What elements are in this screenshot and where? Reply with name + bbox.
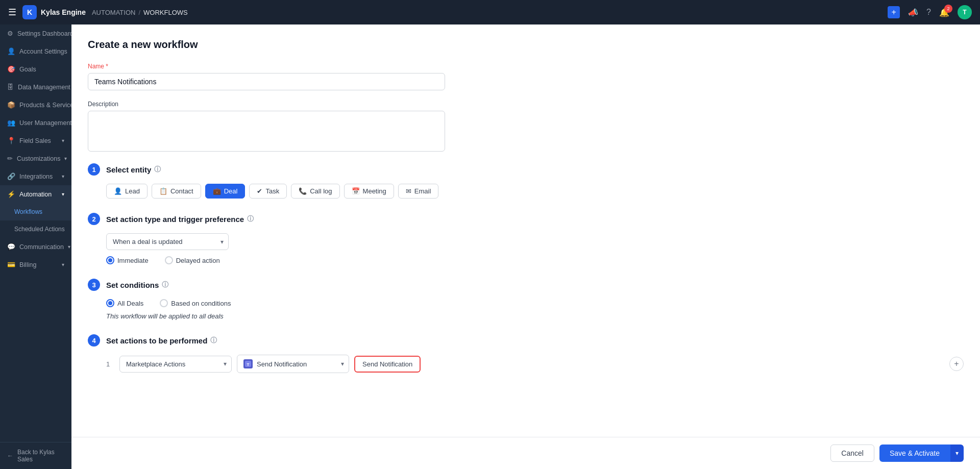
entity-btn-call-log[interactable]: 📞 Call log (291, 184, 339, 199)
avatar[interactable]: T (958, 5, 972, 19)
entity-btn-meeting[interactable]: 📅 Meeting (344, 184, 394, 199)
breadcrumb-separator: / (138, 9, 140, 16)
sidebar-item-label: Data Management (18, 84, 70, 91)
contact-icon: 📋 (159, 187, 167, 195)
entity-label: Meeting (363, 187, 386, 195)
entity-btn-deal[interactable]: 💼 Deal (205, 184, 246, 199)
action-number: 1 (106, 360, 114, 368)
delayed-radio[interactable]: Delayed action (165, 256, 220, 264)
logo-icon: K (22, 5, 37, 19)
automation-icon: ⚡ (7, 190, 15, 198)
megaphone-icon[interactable]: 📣 (908, 8, 918, 17)
add-action-button[interactable]: + (949, 357, 964, 371)
sidebar-item-customizations[interactable]: ✏ Customizations ▾ (0, 150, 71, 167)
back-to-kylas-sales[interactable]: ← Back to Kylas Sales (0, 442, 71, 469)
save-activate-button[interactable]: Save & Activate (879, 445, 950, 462)
entity-btn-email[interactable]: ✉ Email (398, 184, 439, 199)
sidebar-item-label: Customizations (17, 155, 60, 162)
entity-btn-contact[interactable]: 📋 Contact (152, 184, 201, 199)
marketplace-actions-wrapper: Marketplace Actions ▾ (119, 356, 232, 373)
chevron-down-icon: ▾ (62, 191, 64, 197)
based-on-conditions-radio[interactable]: Based on conditions (160, 299, 231, 307)
all-deals-label: All Deals (117, 300, 143, 307)
chevron-down-icon: ▾ (64, 156, 67, 161)
action-type-section: When a deal is updated When a deal is cr… (106, 233, 964, 264)
chevron-down-icon: ▾ (68, 244, 70, 250)
header-right: + 📣 ? 🔔 2 T (888, 5, 972, 19)
sidebar-item-data-management[interactable]: 🗄 Data Management ▾ (0, 78, 71, 96)
name-input[interactable] (88, 73, 445, 90)
meeting-icon: 📅 (352, 187, 360, 195)
header-left: ☰ K Kylas Engine AUTOMATION / WORKFLOWS (8, 5, 188, 19)
page-title: Create a new workflow (88, 39, 964, 51)
condition-note: This workflow will be applied to all dea… (106, 312, 964, 320)
sidebar: ⚙ Settings Dashboard 👤 Account Settings … (0, 24, 71, 469)
notification-badge: 2 (944, 5, 952, 13)
info-icon: ⓘ (154, 165, 161, 174)
sidebar-item-automation[interactable]: ⚡ Automation ▾ (0, 185, 71, 203)
app-body: ⚙ Settings Dashboard 👤 Account Settings … (0, 24, 980, 469)
sidebar-item-communication[interactable]: 💬 Communication ▾ (0, 238, 71, 256)
step1-badge: 1 (88, 163, 100, 176)
products-icon: 📦 (7, 101, 15, 109)
description-input[interactable] (88, 111, 445, 152)
entity-btn-lead[interactable]: 👤 Lead (106, 184, 148, 199)
sidebar-item-label: Goals (19, 66, 36, 73)
breadcrumb: AUTOMATION / WORKFLOWS (92, 9, 188, 16)
svg-text:T: T (247, 362, 250, 367)
entity-label: Contact (170, 187, 193, 195)
step2-section: 2 Set action type and trigger preference… (88, 213, 964, 264)
sidebar-item-billing[interactable]: 💳 Billing ▾ (0, 256, 71, 274)
entity-buttons: 👤 Lead 📋 Contact 💼 Deal ✔ Task (106, 184, 964, 199)
immediate-radio[interactable]: Immediate (106, 256, 149, 264)
settings-icon: ⚙ (7, 30, 13, 37)
entity-label: Task (265, 187, 279, 195)
sidebar-item-label: Workflows (14, 208, 42, 215)
sidebar-item-field-sales[interactable]: 📍 Field Sales ▾ (0, 132, 71, 150)
plus-icon[interactable]: + (888, 6, 900, 18)
action-type-select[interactable]: Marketplace Actions (119, 356, 232, 373)
main-content: Create a new workflow Name * Description… (71, 24, 980, 437)
sidebar-item-scheduled-actions[interactable]: Scheduled Actions (0, 220, 71, 238)
customizations-icon: ✏ (7, 155, 13, 162)
sidebar-item-label: Integrations (19, 173, 53, 180)
send-notification-button[interactable]: Send Notification (354, 356, 421, 373)
send-notification-wrapper: T Send Notification ▾ (237, 355, 349, 373)
sidebar-item-label: Automation (19, 191, 52, 198)
radio-dot-based (160, 299, 168, 307)
based-on-conditions-label: Based on conditions (171, 300, 231, 307)
save-activate-dropdown-button[interactable]: ▾ (950, 445, 964, 462)
sidebar-item-workflows[interactable]: Workflows (0, 203, 71, 220)
field-sales-icon: 📍 (7, 137, 15, 144)
sidebar-item-goals[interactable]: 🎯 Goals (0, 60, 71, 78)
integrations-icon: 🔗 (7, 172, 15, 180)
sidebar-item-account-settings[interactable]: 👤 Account Settings ▾ (0, 42, 71, 60)
bell-icon[interactable]: 🔔 2 (939, 8, 949, 17)
chevron-down-icon: ▾ (62, 138, 64, 143)
send-notification-select-display: T Send Notification (237, 355, 349, 373)
task-icon: ✔ (257, 187, 262, 195)
step3-badge: 3 (88, 279, 100, 291)
sidebar-item-settings-dashboard[interactable]: ⚙ Settings Dashboard (0, 24, 71, 42)
sidebar-item-integrations[interactable]: 🔗 Integrations ▾ (0, 167, 71, 185)
sidebar-item-label: User Management (19, 119, 71, 127)
radio-dot-immediate (106, 256, 114, 264)
all-deals-radio[interactable]: All Deals (106, 299, 143, 307)
sidebar-item-user-management[interactable]: 👥 User Management ▾ (0, 114, 71, 132)
description-label: Description (88, 101, 964, 108)
back-label: Back to Kylas Sales (17, 449, 64, 463)
hamburger-icon[interactable]: ☰ (8, 7, 16, 18)
sidebar-item-products-services[interactable]: 📦 Products & Services (0, 96, 71, 114)
trigger-select[interactable]: When a deal is updated When a deal is cr… (106, 233, 229, 250)
step2-badge: 2 (88, 213, 100, 225)
cancel-button[interactable]: Cancel (830, 445, 874, 462)
step4-badge: 4 (88, 334, 100, 347)
entity-btn-task[interactable]: ✔ Task (249, 184, 287, 199)
step3-header: 3 Set conditions ⓘ (88, 279, 964, 291)
name-label: Name * (88, 63, 964, 70)
save-activate-group: Save & Activate ▾ (879, 445, 964, 462)
help-icon[interactable]: ? (926, 8, 931, 17)
billing-icon: 💳 (7, 261, 15, 268)
info-icon: ⓘ (210, 336, 217, 345)
step1-section: 1 Select entity ⓘ 👤 Lead 📋 Contact (88, 163, 964, 199)
